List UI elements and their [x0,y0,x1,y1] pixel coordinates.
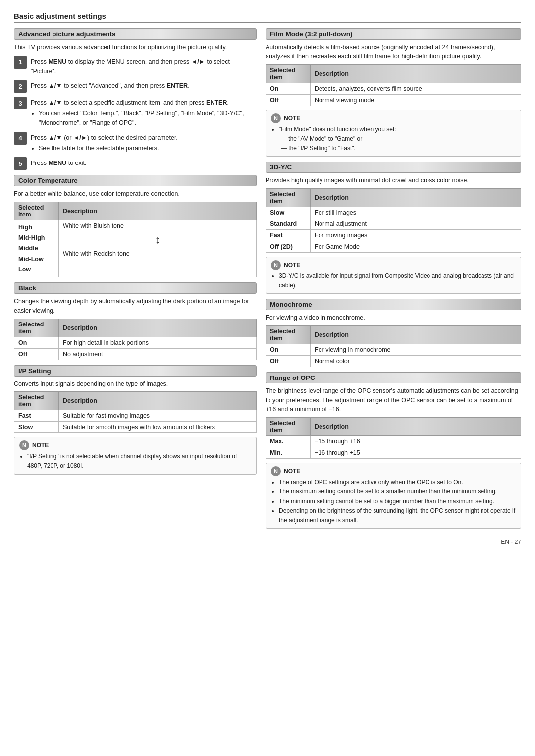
opc-row-max: Max. −15 through +16 [266,436,521,447]
yd3-row-off: Off (2D) For Game Mode [266,241,521,252]
yd3-col2: Description [311,188,521,207]
step-2: 2 Press ▲/▼ to select "Advanced", and th… [14,80,257,93]
ip-col2: Description [59,392,257,410]
advanced-picture-intro: This TV provides various advanced functi… [14,43,257,52]
ip-setting-intro: Converts input signals depending on the … [14,379,257,389]
opc-col1: Selected item [266,418,311,436]
monochrome-intro: For viewing a video in monochrome. [266,313,521,323]
note-icon-film: N [271,113,281,123]
opc-item-max: Max. [266,436,311,447]
ip-item-slow: Slow [14,422,59,433]
black-header: Black [14,282,257,294]
yd3-desc-fast: For moving images [311,229,521,241]
film-row-off: Off Normal viewing mode [266,94,521,106]
mono-desc-on: For viewing in monochrome [311,344,521,355]
note-icon-opc: N [271,466,281,476]
mono-col1: Selected item [266,325,311,344]
note-icon-yd3: N [271,260,281,270]
ip-col1: Selected item [14,392,59,410]
page-title: Basic adjustment settings [14,12,521,23]
step-text-5: Press MENU to exit. [31,157,87,168]
opc-desc-min: −16 through +15 [311,447,521,459]
steps-list: 1 Press MENU to display the MENU screen,… [14,56,257,170]
ip-row-fast: Fast Suitable for fast-moving images [14,410,257,422]
mono-col2: Description [311,325,521,344]
film-note-b1: "Film Mode" does not function when you s… [279,125,516,134]
page-number: EN - 27 [14,539,521,545]
black-row-off: Off No adjustment [14,348,257,360]
color-temp-intro: For a better white balance, use color te… [14,189,257,199]
yd3-row-fast: Fast For moving images [266,229,521,241]
color-temp-desc: White with Bluish tone ↕ White with Redd… [59,220,257,277]
color-temp-item-list: HighMid-HighMiddleMid-LowLow [18,222,54,275]
color-temp-row1: HighMid-HighMiddleMid-LowLow White with … [14,220,257,277]
film-mode-header: Film Mode (3:2 pull-down) [266,28,521,40]
note-label-ip: NOTE [32,442,49,449]
film-note-b2: — the "AV Mode" to "Game" or [281,134,516,144]
note-label-opc: NOTE [284,468,300,475]
color-temp-col2: Description [59,202,257,220]
yd3-item-fast: Fast [266,229,311,241]
black-item-on: On [14,337,59,348]
color-temp-col1: Selected item [14,202,59,220]
film-mode-intro: Automatically detects a film-based sourc… [266,43,521,61]
step-3: 3 Press ▲/▼ to select a specific adjustm… [14,97,257,127]
mono-row-off: Off Normal color [266,355,521,367]
color-temp-header: Color Temperature [14,175,257,186]
opc-note-b1: The range of OPC settings are active onl… [279,478,516,487]
mono-row-on: On For viewing in monochrome [266,344,521,355]
black-desc-on: For high detail in black portions [59,337,257,348]
mono-desc-off: Normal color [311,355,521,367]
monochrome-header: Monochrome [266,299,521,310]
black-desc-off: No adjustment [59,348,257,360]
yd3-desc-off: For Game Mode [311,241,521,252]
film-item-on: On [266,83,311,94]
opc-note-header: N NOTE [271,466,516,476]
yd3-note: N NOTE 3D-Y/C is available for input sig… [266,257,521,294]
step-5: 5 Press MENU to exit. [14,157,257,170]
black-col1: Selected item [14,319,59,337]
ip-setting-table: Selected item Description Fast Suitable … [14,391,257,433]
step-text-1: Press MENU to display the MENU screen, a… [31,56,257,76]
film-desc-off: Normal viewing mode [311,94,521,106]
black-item-off: Off [14,348,59,360]
step-num-3: 3 [14,97,27,109]
ip-row-slow: Slow Suitable for smooth images with low… [14,422,257,433]
ip-note-bullet: "I/P Setting" is not selectable when cha… [27,452,251,471]
opc-note-b2: The maximum setting cannot be set to a s… [279,487,516,496]
color-temp-items: HighMid-HighMiddleMid-LowLow [14,220,59,277]
mono-item-on: On [266,344,311,355]
yd3-desc-slow: For still images [311,207,521,218]
opc-row-min: Min. −16 through +15 [266,447,521,459]
ip-item-fast: Fast [14,410,59,422]
yd3-item-slow: Slow [266,207,311,218]
black-intro: Changes the viewing depth by automatical… [14,297,257,316]
opc-item-min: Min. [266,447,311,459]
film-mode-note: N NOTE "Film Mode" does not function whe… [266,110,521,157]
ip-setting-note-header: N NOTE [19,440,251,450]
yd3-intro: Provides high quality images with minima… [266,176,521,185]
opc-col2: Description [311,418,521,436]
opc-desc-max: −15 through +16 [311,436,521,447]
film-desc-on: Detects, analyzes, converts film source [311,83,521,94]
ip-desc-fast: Suitable for fast-moving images [59,410,257,422]
opc-note-b3: The minimum setting cannot be set to a b… [279,497,516,506]
yd3-table: Selected item Description Slow For still… [266,188,521,253]
film-mode-table: Selected item Description On Detects, an… [266,64,521,106]
yd3-desc-standard: Normal adjustment [311,218,521,229]
film-item-off: Off [266,94,311,106]
black-col2: Description [59,319,257,337]
step-num-1: 1 [14,56,27,69]
opc-intro: The brightness level range of the OPC se… [266,386,521,414]
step-num-5: 5 [14,157,27,170]
step-num-2: 2 [14,80,27,93]
color-temp-table: Selected item Description HighMid-HighMi… [14,202,257,277]
film-col2: Description [311,64,521,83]
black-row-on: On For high detail in black portions [14,337,257,348]
yd3-row-standard: Standard Normal adjustment [266,218,521,229]
film-note-b3: — the "I/P Setting" to "Fast". [281,144,516,153]
yd3-item-off: Off (2D) [266,241,311,252]
note-label-yd3: NOTE [284,262,300,269]
yd3-row-slow: Slow For still images [266,207,521,218]
film-row-on: On Detects, analyzes, converts film sour… [266,83,521,94]
